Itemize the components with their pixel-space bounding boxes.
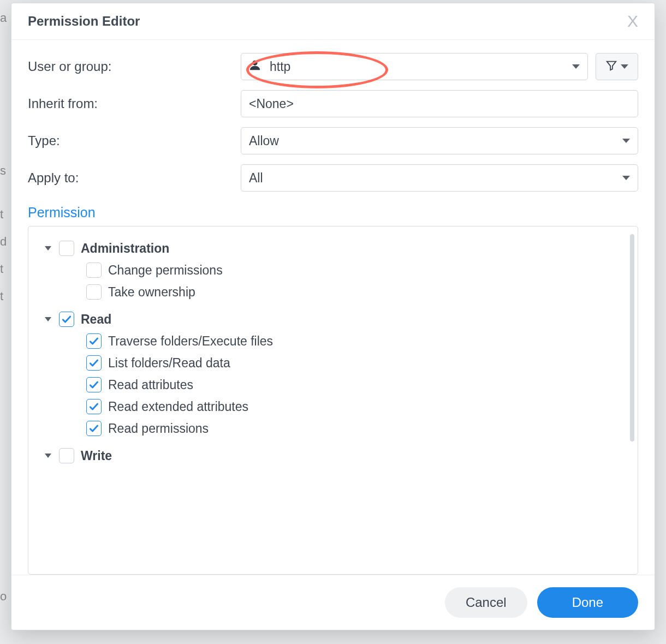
label-user-or-group: User or group:	[28, 59, 241, 74]
permission-tree-panel: AdministrationChange permissionsTake own…	[28, 226, 638, 575]
inherit-from-value: <None>	[249, 97, 294, 111]
bg-letter: s	[0, 164, 9, 178]
row-apply-to: Apply to: All	[28, 164, 638, 192]
tree-item-row: List folders/Read data	[69, 352, 632, 374]
scrollbar[interactable]	[630, 234, 634, 442]
label-apply-to: Apply to:	[28, 170, 241, 186]
permission-label: Traverse folders/Execute files	[108, 334, 273, 349]
user-or-group-value: http	[270, 59, 290, 74]
dialog-header: Permission Editor X	[11, 3, 655, 40]
filter-button[interactable]	[596, 53, 638, 80]
done-button[interactable]: Done	[537, 587, 638, 618]
tree-item-row: Read extended attributes	[69, 396, 632, 418]
tree-item-row: Read permissions	[69, 418, 632, 439]
tree-group: Write	[45, 445, 632, 467]
tree-group-row: Administration	[45, 237, 632, 259]
row-type: Type: Allow	[28, 127, 638, 154]
bg-letter: o	[0, 589, 9, 604]
expand-toggle-icon[interactable]	[45, 454, 51, 458]
chevron-down-icon	[572, 64, 580, 69]
row-inherit-from: Inherit from: <None>	[28, 90, 638, 117]
row-user-or-group: User or group: http	[28, 53, 638, 80]
bg-letter: t	[0, 207, 9, 222]
permission-checkbox[interactable]	[86, 377, 102, 392]
dialog-body: User or group: http	[11, 40, 655, 575]
permission-label: Write	[81, 449, 112, 463]
permission-label: Take ownership	[108, 285, 195, 300]
tree-item-row: Change permissions	[69, 259, 632, 281]
permission-label: Read permissions	[108, 421, 209, 436]
permission-label: Read attributes	[108, 378, 193, 392]
chevron-down-icon	[622, 176, 630, 180]
tree-item-row: Traverse folders/Execute files	[69, 330, 632, 352]
permission-tree[interactable]: AdministrationChange permissionsTake own…	[28, 226, 638, 574]
label-type: Type:	[28, 133, 241, 148]
dialog-footer: Cancel Done	[11, 575, 655, 630]
tree-children: Traverse folders/Execute filesList folde…	[69, 330, 632, 439]
tree-children: Change permissionsTake ownership	[69, 259, 632, 303]
bg-letter: a	[0, 11, 9, 25]
cancel-button[interactable]: Cancel	[445, 587, 527, 618]
permission-label: Change permissions	[108, 263, 223, 278]
user-or-group-select[interactable]: http	[241, 53, 588, 80]
svg-point-0	[252, 61, 257, 65]
tree-item-row: Take ownership	[69, 281, 632, 303]
close-icon[interactable]: X	[627, 13, 638, 29]
person-icon	[249, 59, 261, 74]
bg-letter: t	[0, 289, 9, 303]
inherit-from-field: <None>	[241, 90, 638, 117]
label-inherit-from: Inherit from:	[28, 96, 241, 111]
dialog-title: Permission Editor	[28, 14, 140, 29]
chevron-down-icon	[621, 64, 628, 69]
bg-letter: d	[0, 235, 9, 249]
permission-checkbox[interactable]	[59, 448, 74, 463]
funnel-icon	[605, 59, 617, 74]
tree-item-row: Read attributes	[69, 374, 632, 396]
expand-toggle-icon[interactable]	[45, 246, 51, 251]
type-value: Allow	[249, 134, 279, 148]
permission-label: Administration	[81, 241, 169, 256]
permission-checkbox[interactable]	[86, 263, 102, 278]
permission-checkbox[interactable]	[86, 333, 102, 349]
permission-section-heading: Permission	[28, 205, 638, 220]
chevron-down-icon	[622, 139, 630, 143]
permission-checkbox[interactable]	[86, 355, 102, 371]
permission-checkbox[interactable]	[86, 421, 102, 436]
type-select[interactable]: Allow	[241, 127, 638, 154]
permission-editor-dialog: Permission Editor X User or group: http	[11, 3, 655, 630]
bg-letter: t	[0, 262, 9, 276]
tree-group: AdministrationChange permissionsTake own…	[45, 237, 632, 303]
tree-group: ReadTraverse folders/Execute filesList f…	[45, 308, 632, 439]
permission-label: Read extended attributes	[108, 399, 248, 414]
apply-to-select[interactable]: All	[241, 164, 638, 192]
permission-checkbox[interactable]	[59, 312, 74, 327]
expand-toggle-icon[interactable]	[45, 317, 51, 321]
permission-checkbox[interactable]	[86, 399, 102, 414]
apply-to-value: All	[249, 171, 263, 186]
tree-group-row: Read	[45, 308, 632, 330]
tree-group-row: Write	[45, 445, 632, 467]
permission-checkbox[interactable]	[59, 241, 74, 256]
permission-checkbox[interactable]	[86, 284, 102, 300]
permission-label: List folders/Read data	[108, 356, 230, 371]
permission-label: Read	[81, 312, 111, 327]
